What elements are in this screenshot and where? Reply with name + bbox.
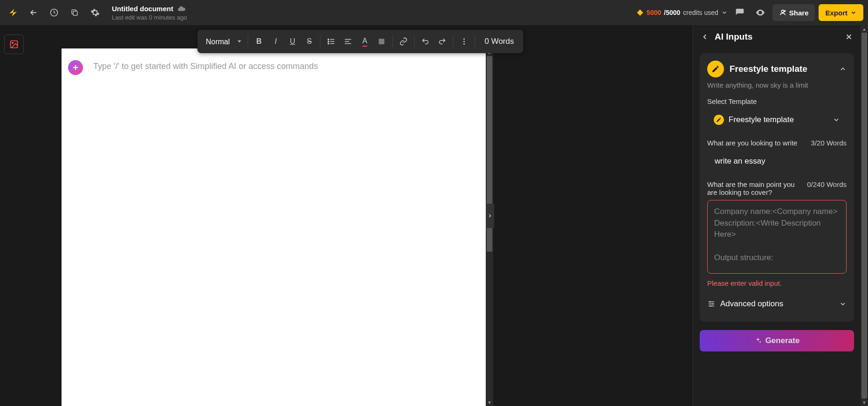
prompt-label-row: What are you looking to write 3/20 Words [707, 139, 847, 147]
editor-placeholder: Type '/' to get started with Simplified … [93, 62, 318, 71]
comments-button[interactable] [731, 4, 748, 21]
panel-title: AI Inputs [715, 32, 839, 42]
italic-button[interactable]: I [268, 33, 284, 50]
history-button[interactable] [46, 4, 62, 21]
chevron-down-icon [839, 300, 847, 308]
template-card: Freestyle template Write anything, now s… [700, 53, 854, 322]
editor-toolbar: Normal B I U S A [198, 30, 524, 53]
panel-body: Freestyle template Write anything, now s… [693, 48, 861, 406]
pencil-icon [714, 115, 724, 125]
prompt-input[interactable] [707, 151, 847, 172]
points-textarea[interactable] [707, 200, 847, 274]
document-info: Untitled document Last edit was 0 minute… [112, 5, 187, 21]
diamond-icon [636, 9, 644, 16]
redo-button[interactable] [434, 33, 450, 50]
svg-point-9 [463, 38, 465, 40]
points-label-row: What are the main point you are looking … [707, 180, 847, 196]
error-message: Please enter valid input. [707, 279, 847, 287]
scroll-down-icon[interactable]: ▼ [861, 399, 868, 406]
generate-button[interactable]: Generate [700, 330, 854, 351]
panel-header: AI Inputs [693, 25, 861, 48]
add-block-button[interactable]: + [68, 60, 83, 75]
strikethrough-button[interactable]: S [302, 33, 317, 50]
panel-back-button[interactable] [701, 33, 709, 41]
back-button[interactable] [25, 4, 42, 21]
chevron-right-icon [487, 213, 493, 219]
svg-point-11 [463, 43, 465, 45]
template-select-value: Freestyle template [729, 115, 828, 124]
add-user-icon [779, 9, 786, 16]
sparkle-icon [754, 337, 762, 344]
prompt-word-count: 3/20 Words [811, 139, 847, 147]
chevron-down-icon [850, 9, 857, 16]
image-icon [9, 40, 19, 49]
cloud-saved-icon [177, 5, 186, 13]
text-style-select[interactable]: Normal [200, 33, 245, 50]
card-collapse-button[interactable] [839, 65, 847, 73]
credits-max: /5000 [664, 9, 680, 16]
underline-button[interactable]: U [285, 33, 301, 50]
bullet-list-button[interactable] [324, 33, 339, 50]
generate-label: Generate [765, 336, 800, 345]
panel-close-button[interactable] [845, 33, 853, 41]
editor-area: Normal B I U S A [28, 25, 693, 406]
document-subtitle: Last edit was 0 minutes ago [112, 14, 187, 21]
word-count: 0 Words [478, 37, 521, 46]
sliders-icon [707, 300, 716, 308]
svg-point-2 [781, 10, 784, 13]
points-word-count: 0/240 Words [807, 180, 847, 188]
share-button[interactable]: Share [772, 4, 815, 21]
pencil-icon [707, 61, 724, 77]
image-tool-button[interactable] [4, 34, 24, 54]
link-button[interactable] [396, 33, 412, 50]
settings-button[interactable] [87, 4, 103, 21]
more-vertical-icon [460, 37, 468, 46]
select-template-label: Select Template [707, 97, 847, 105]
window-scrollbar[interactable]: ▲ ▼ [861, 25, 868, 406]
prompt-label: What are you looking to write [707, 139, 797, 147]
credits-label: credits used [683, 9, 718, 16]
align-left-icon [344, 37, 352, 46]
document-title[interactable]: Untitled document [112, 5, 173, 13]
svg-point-4 [12, 42, 13, 44]
chevron-left-icon [701, 33, 709, 41]
svg-point-6 [328, 41, 329, 42]
points-label: What are the main point you are looking … [707, 180, 802, 196]
scroll-down-icon[interactable]: ▼ [486, 399, 493, 406]
export-button[interactable]: Export [819, 4, 863, 21]
undo-icon [421, 37, 430, 46]
main-area: Normal B I U S A [0, 25, 868, 406]
svg-rect-8 [379, 39, 385, 44]
panel-collapse-handle[interactable] [486, 204, 494, 228]
credits-current: 5000 [647, 9, 661, 16]
document-canvas[interactable] [62, 48, 486, 406]
list-icon [327, 37, 336, 46]
left-rail [0, 25, 28, 406]
bold-button[interactable]: B [251, 33, 267, 50]
undo-button[interactable] [418, 33, 434, 50]
preview-button[interactable] [752, 4, 769, 21]
chevron-up-icon [839, 65, 847, 73]
align-button[interactable] [340, 33, 356, 50]
share-label: Share [789, 9, 809, 17]
redo-icon [438, 37, 447, 46]
credits-indicator[interactable]: 5000/5000 credits used [636, 9, 728, 16]
template-select[interactable]: Freestyle template [707, 109, 847, 131]
template-card-subtitle: Write anything, now sky is a limit [707, 81, 847, 89]
app-logo-icon [5, 4, 21, 21]
highlight-icon [378, 37, 386, 46]
app-header: Untitled document Last edit was 0 minute… [0, 0, 868, 25]
close-icon [845, 33, 853, 41]
scroll-up-icon[interactable]: ▲ [861, 25, 868, 33]
export-label: Export [825, 9, 847, 17]
highlight-button[interactable] [374, 33, 390, 50]
more-button[interactable] [456, 33, 472, 50]
template-card-title: Freestyle template [730, 64, 834, 74]
chevron-down-icon [721, 9, 728, 16]
text-color-button[interactable]: A [357, 33, 373, 50]
advanced-options-toggle[interactable]: Advanced options [707, 294, 847, 314]
chevron-down-icon [833, 116, 840, 124]
link-icon [400, 37, 408, 46]
svg-point-5 [328, 39, 329, 40]
copy-button[interactable] [66, 4, 83, 21]
